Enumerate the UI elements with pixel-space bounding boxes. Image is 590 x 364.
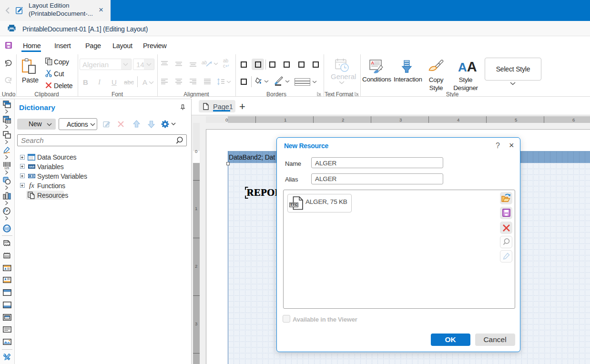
svg-text:VAR: VAR (29, 165, 34, 168)
svg-text:125: 125 (4, 167, 10, 170)
svg-text:A: A (371, 61, 375, 65)
